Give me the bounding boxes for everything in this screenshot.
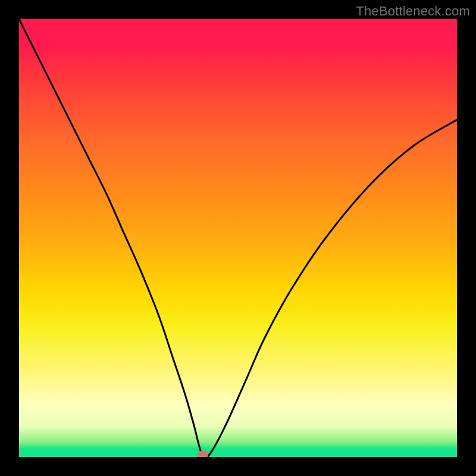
bottleneck-curve (19, 19, 457, 457)
watermark-label: TheBottleneck.com (356, 4, 470, 19)
plot-area (19, 19, 457, 457)
optimum-marker (198, 451, 208, 457)
chart-frame: TheBottleneck.com (0, 0, 476, 476)
